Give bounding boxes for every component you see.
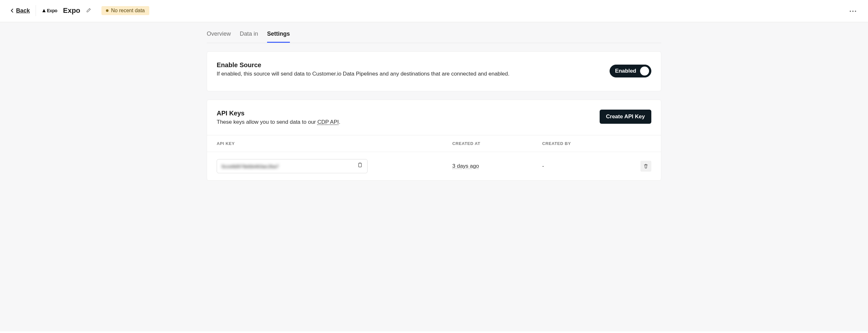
table-row: 5cce8d978ebb463ac2ba7 3 days ago - [207, 152, 661, 180]
enable-source-description: If enabled, this source will send data t… [217, 71, 509, 77]
created-at-value: 3 days ago [452, 163, 479, 169]
toggle-knob-icon [640, 66, 649, 76]
back-label: Back [16, 7, 30, 14]
col-created-by: CREATED BY [542, 141, 632, 146]
col-api-key: API KEY [217, 141, 452, 146]
tab-settings[interactable]: Settings [267, 31, 290, 43]
status-badge: No recent data [101, 6, 149, 15]
status-dot-icon [106, 9, 108, 12]
divider [36, 5, 36, 16]
svg-point-2 [855, 10, 856, 12]
enable-source-toggle[interactable]: Enabled [610, 64, 651, 78]
back-button[interactable]: Back [10, 7, 30, 14]
status-text: No recent data [111, 8, 145, 13]
create-api-key-button[interactable]: Create API Key [600, 110, 651, 124]
api-key-field[interactable]: 5cce8d978ebb463ac2ba7 [217, 159, 368, 173]
toggle-label: Enabled [615, 68, 636, 74]
api-keys-table-header: API KEY CREATED AT CREATED BY [207, 135, 661, 152]
api-keys-description: These keys allow you to send data to our… [217, 119, 340, 126]
header-left: Back Expo Expo No recent data [10, 5, 149, 16]
api-keys-title: API Keys [217, 110, 340, 117]
tab-overview[interactable]: Overview [207, 31, 231, 43]
delete-api-key-button[interactable] [641, 161, 651, 172]
api-keys-card: API Keys These keys allow you to send da… [207, 100, 661, 181]
enable-source-card: Enable Source If enabled, this source wi… [207, 51, 661, 91]
svg-point-0 [850, 10, 851, 12]
svg-rect-3 [359, 163, 362, 167]
page-header: Back Expo Expo No recent data [0, 0, 868, 22]
page-title: Expo [63, 6, 80, 15]
enable-source-title: Enable Source [217, 61, 509, 69]
copy-icon[interactable] [358, 163, 363, 170]
svg-point-1 [852, 10, 854, 12]
svg-rect-4 [360, 163, 361, 164]
source-logo: Expo [42, 8, 57, 13]
cdp-api-link[interactable]: CDP API [317, 119, 339, 125]
tabs: Overview Data in Settings [207, 22, 661, 43]
enable-source-text: Enable Source If enabled, this source wi… [217, 61, 509, 77]
pencil-icon[interactable] [86, 7, 92, 14]
logo-text: Expo [47, 8, 57, 13]
trash-icon [643, 164, 648, 169]
more-menu-button[interactable] [848, 6, 858, 15]
col-created-at: CREATED AT [452, 141, 542, 146]
tab-data-in[interactable]: Data in [240, 31, 258, 43]
api-key-value: 5cce8d978ebb463ac2ba7 [221, 164, 279, 169]
created-by-value: - [542, 163, 544, 169]
page-body: Overview Data in Settings Enable Source … [0, 22, 868, 331]
api-keys-text: API Keys These keys allow you to send da… [217, 110, 340, 126]
chevron-left-icon [10, 8, 14, 13]
